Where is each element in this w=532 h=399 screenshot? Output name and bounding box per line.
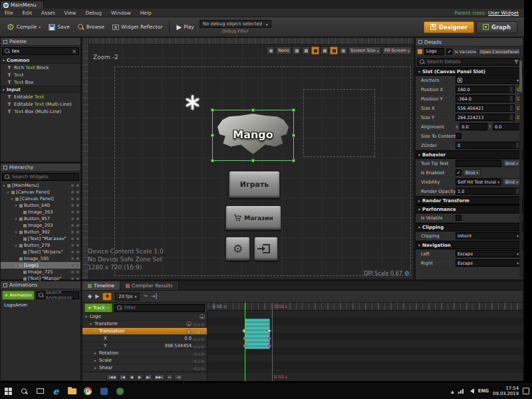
hierarchy-row-text[interactable]: [Text] "Магазин" [1, 235, 80, 242]
size-to-content-checkbox[interactable] [456, 133, 462, 139]
language-indicator[interactable]: ENG [478, 388, 489, 394]
menu-item-edit[interactable]: Edit [18, 9, 37, 17]
details-header[interactable]: Details [416, 38, 523, 47]
visibility-icon[interactable] [71, 211, 74, 213]
designer-tab-button[interactable]: Designer [424, 21, 474, 33]
details-section-slot-canvas-panel-slot[interactable]: ▾Slot (Canvas Panel Slot) [416, 67, 523, 76]
preview-button[interactable] [267, 47, 275, 55]
lock-icon[interactable] [76, 184, 79, 187]
snap-size-button[interactable] [321, 47, 329, 55]
next-key-icon[interactable]: ▷ [201, 322, 205, 327]
lock-icon[interactable] [76, 277, 79, 280]
expander-icon[interactable]: ▾ [88, 322, 93, 326]
previous-key-icon[interactable]: ◁ [193, 366, 196, 370]
visibility-icon[interactable] [71, 184, 74, 187]
visibility-icon[interactable] [71, 198, 74, 200]
track-filter[interactable]: Filter [114, 304, 205, 312]
lock-icon[interactable] [76, 251, 79, 253]
hierarchy-row-image-263[interactable]: Image_263 [1, 209, 80, 215]
logo-image-widget[interactable]: Mango [217, 114, 289, 155]
visibility-icon[interactable] [71, 237, 74, 240]
add-key-icon[interactable]: ◇ [198, 366, 201, 370]
pinned-app-button-1[interactable] [96, 383, 112, 399]
next-key-icon[interactable]: ▷ [201, 336, 205, 341]
logo-selection-box[interactable]: Mango [212, 110, 294, 161]
volume-icon[interactable] [467, 388, 474, 394]
fps-dropdown[interactable]: 20 fps ▾ [115, 293, 140, 301]
details-section-behavior[interactable]: ▾Behavior [416, 150, 523, 159]
play-button[interactable]: ▶ Play [172, 21, 198, 33]
menu-item-help[interactable]: Help [136, 9, 156, 17]
hierarchy-row-mainmenu[interactable]: ▾[MainMenu] [1, 182, 80, 189]
tool-tip-text-field[interactable] [456, 160, 501, 167]
position-y-field[interactable]: -364.0 [456, 95, 515, 102]
hierarchy-search[interactable]: Search Widgets [2, 173, 79, 181]
lock-icon[interactable] [76, 264, 79, 267]
designer-viewport[interactable]: Zoom -2 None Screen Size ▾ Fill Screen ▾ [82, 37, 414, 280]
resize-handle[interactable] [211, 134, 214, 137]
flow-direction-button[interactable] [302, 47, 310, 55]
palette-item[interactable]: TEditable Text (Multi-Line) [1, 100, 80, 108]
add-section-icon[interactable]: + [186, 321, 192, 327]
add-key-icon[interactable]: ◇ [198, 358, 201, 363]
hierarchy-row-button-957[interactable]: ▾Button_957 [1, 215, 80, 222]
scrollbar-thumb[interactable] [519, 61, 522, 92]
track-filter-input[interactable]: Filter [124, 305, 136, 311]
shop-menu-button-widget[interactable]: Магазин [225, 205, 281, 230]
window-tab[interactable]: U MainMenu [0, 1, 44, 9]
lock-icon[interactable] [76, 231, 79, 233]
transport-button[interactable]: ↔ [166, 374, 174, 380]
hierarchy-row-logo[interactable]: ▾[Logo] [1, 262, 80, 269]
open-canvaspanel-button[interactable]: Open CanvasPanel [478, 48, 521, 55]
bind-button[interactable]: Bind▾ [503, 178, 521, 186]
timeline-track-transform[interactable]: ▾Transform+◁◇▷ [82, 321, 207, 328]
exit-menu-button-widget[interactable] [254, 237, 278, 261]
details-section-clipping[interactable]: ▾Clipping [416, 223, 523, 231]
play-animation-button[interactable]: ▶ [95, 293, 99, 299]
localization-preview-button[interactable] [293, 47, 301, 55]
timeline-track-scale[interactable]: ▸Scale◁◇▷ [82, 357, 207, 364]
expander-icon[interactable]: ▸ [93, 351, 98, 355]
hierarchy-row-canvas-panel[interactable]: ▾[Canvas Panel] [1, 196, 80, 202]
transport-button[interactable]: →| [174, 374, 182, 380]
dpi-settings-icon[interactable]: ⚙ [404, 270, 410, 277]
pinned-app-button-2[interactable] [112, 383, 128, 399]
lock-icon[interactable] [76, 204, 79, 207]
timeline-track-x[interactable]: X0.0◁◇▷ [82, 335, 207, 342]
visibility-icon[interactable] [71, 231, 74, 233]
expander-icon[interactable]: ▾ [14, 217, 18, 221]
hierarchy-row-button-640[interactable]: ▾Button_640 [1, 202, 80, 209]
visibility-icon[interactable] [71, 257, 74, 260]
fill-screen-dropdown[interactable]: Fill Screen ▾ [382, 47, 412, 55]
animations-search[interactable]: Search Animations [36, 291, 79, 299]
palette-item[interactable]: TRich Text Block [1, 64, 80, 71]
add-track-button[interactable]: + Track ▾ [84, 303, 112, 313]
right-dropdown[interactable]: Escape▾ [456, 259, 521, 267]
previous-key-icon[interactable]: ◁ [193, 351, 196, 356]
next-key-icon[interactable]: ▷ [201, 329, 205, 334]
palette-header[interactable]: Palette [1, 38, 80, 46]
curve-editor-icon[interactable]: ~ [143, 293, 148, 299]
add-key-icon[interactable]: ◇ [198, 336, 201, 341]
is-enabled-checkbox[interactable]: ✓ [456, 170, 462, 176]
y-field[interactable]: 0.0 [493, 123, 521, 130]
visibility-dropdown[interactable]: Self Hit Test Invisible▾ [456, 178, 501, 186]
add-key-icon[interactable]: ◇ [198, 351, 201, 356]
resize-handle[interactable] [251, 108, 255, 112]
visibility-icon[interactable] [71, 204, 74, 207]
taskbar-search-button[interactable] [16, 383, 32, 399]
widget-reflector-button[interactable]: Widget Reflector [108, 22, 166, 32]
details-section-render-transform[interactable]: ▸Render Transform [416, 196, 523, 205]
grid-snap-button[interactable] [311, 47, 319, 55]
hierarchy-row-button-279[interactable]: ▾Button_279 [1, 242, 80, 249]
clipping-dropdown[interactable]: Inherit▾ [456, 232, 521, 239]
next-key-icon[interactable]: ▷ [201, 351, 205, 356]
palette-section-common[interactable]: ▾Common [1, 57, 80, 64]
left-dropdown[interactable]: Escape▾ [456, 250, 521, 257]
filter-icon[interactable] [514, 60, 519, 64]
play-menu-button-widget[interactable]: Играть [229, 171, 280, 198]
add-key-icon[interactable]: ◆ [198, 329, 201, 334]
expander-icon[interactable]: ▾ [84, 315, 88, 319]
lock-icon[interactable] [76, 224, 79, 227]
tab-compiler-results[interactable]: Compiler Results [120, 281, 179, 290]
